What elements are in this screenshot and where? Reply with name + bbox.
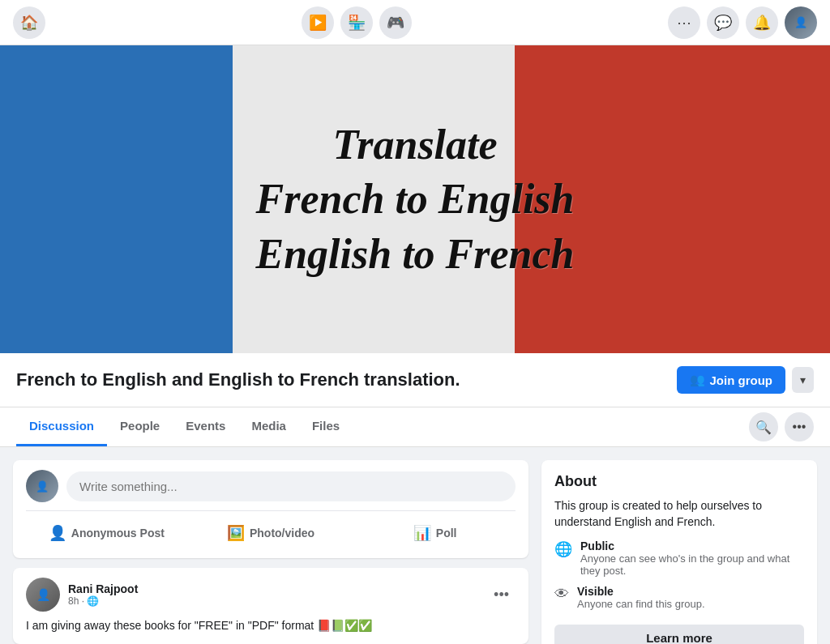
post-more-button[interactable]: •••	[487, 583, 516, 607]
search-button[interactable]: 🔍	[749, 412, 778, 441]
about-box: About This group is created to help ours…	[541, 460, 817, 644]
notifications-button[interactable]: 🔔	[746, 6, 778, 39]
user-avatar[interactable]: 👤	[785, 6, 817, 39]
visible-label: Visible	[577, 585, 705, 598]
more-dots-icon: •••	[494, 586, 509, 603]
more-options-button[interactable]: ▾	[792, 367, 814, 393]
bell-icon: 🔔	[753, 14, 771, 32]
globe-icon: 🌐	[554, 540, 572, 558]
messenger-icon: 💬	[714, 14, 732, 32]
photo-video-button[interactable]: 🖼️ Photo/video	[190, 518, 352, 548]
group-header: French to English and English to French …	[0, 353, 830, 407]
apps-grid-button[interactable]: ⋯	[668, 6, 700, 39]
join-group-button[interactable]: 👥 Join group	[677, 366, 786, 394]
post-user-info: 👤 Rani Rajpoot 8h · 🌐	[26, 578, 138, 612]
watch-nav-button[interactable]: ▶️	[302, 6, 334, 39]
post-user-avatar: 👤	[26, 578, 60, 612]
group-title: French to English and English to French …	[16, 369, 460, 390]
tab-discussion[interactable]: Discussion	[16, 407, 107, 446]
add-person-icon: 👥	[690, 373, 705, 387]
user-post-avatar: 👤	[26, 470, 58, 502]
poll-icon: 📊	[413, 524, 431, 542]
gaming-nav-button[interactable]: 🎮	[379, 6, 412, 39]
anonymous-post-button[interactable]: 👤 Anonymous Post	[26, 518, 187, 548]
about-visible-item: 👁 Visible Anyone can find this group.	[554, 585, 804, 610]
eye-icon: 👁	[554, 586, 569, 603]
messenger-button[interactable]: 💬	[707, 6, 739, 39]
main-content: 👤 👤 Anonymous Post 🖼️ Photo/video 📊 Poll	[0, 447, 830, 644]
tab-media[interactable]: Media	[238, 407, 299, 446]
nav-center: ▶️ 🏪 🎮	[302, 6, 412, 39]
about-title: About	[554, 473, 804, 490]
left-column: 👤 👤 Anonymous Post 🖼️ Photo/video 📊 Poll	[13, 460, 528, 644]
post-action-buttons: 👤 Anonymous Post 🖼️ Photo/video 📊 Poll	[26, 518, 516, 548]
cover-text: Translate French to English English to F…	[255, 117, 574, 282]
right-column: About This group is created to help ours…	[541, 460, 817, 644]
create-post-box: 👤 👤 Anonymous Post 🖼️ Photo/video 📊 Poll	[13, 460, 528, 558]
poll-button[interactable]: 📊 Poll	[354, 518, 516, 548]
search-icon: 🔍	[755, 420, 772, 435]
tabs-list: Discussion People Events Media Files	[16, 407, 353, 446]
more-tab-options-button[interactable]: •••	[785, 412, 814, 441]
nav-right: ⋯ 💬 🔔 👤	[668, 6, 817, 39]
post-user-meta: 8h · 🌐	[68, 595, 138, 607]
visible-sublabel: Anyone can find this group.	[577, 598, 705, 610]
header-actions: 👥 Join group ▾	[677, 366, 815, 394]
nav-left: 🏠	[13, 6, 45, 39]
post-text-input[interactable]	[66, 471, 516, 501]
public-sublabel: Anyone can see who's in the group and wh…	[580, 552, 804, 577]
marketplace-nav-button[interactable]: 🏪	[340, 6, 373, 39]
post-input-row: 👤	[26, 470, 516, 502]
public-label: Public	[580, 540, 804, 552]
top-navigation: 🏠 ▶️ 🏪 🎮 ⋯ 💬 🔔 👤	[0, 0, 830, 45]
ellipsis-icon: •••	[793, 420, 806, 434]
about-description: This group is created to help ourselves …	[554, 498, 804, 530]
grid-icon: ⋯	[677, 14, 691, 32]
home-nav-button[interactable]: 🏠	[13, 6, 45, 39]
about-public-item: 🌐 Public Anyone can see who's in the gro…	[554, 540, 804, 577]
feed-post: 👤 Rani Rajpoot 8h · 🌐 ••• I am giving aw…	[13, 568, 528, 644]
post-user-name: Rani Rajpoot	[68, 582, 138, 595]
anonymous-icon: 👤	[49, 524, 66, 542]
learn-more-button[interactable]: Learn more	[554, 625, 804, 644]
chevron-down-icon: ▾	[800, 373, 806, 386]
photo-icon: 🖼️	[227, 524, 245, 542]
post-text: I am giving away these books for "FREE" …	[26, 618, 516, 634]
tabs-actions: 🔍 •••	[749, 412, 814, 441]
tabs-bar: Discussion People Events Media Files 🔍 •…	[0, 407, 830, 447]
tab-events[interactable]: Events	[173, 407, 238, 446]
tab-files[interactable]: Files	[299, 407, 353, 446]
tab-people[interactable]: People	[107, 407, 173, 446]
group-cover-image: Translate French to English English to F…	[0, 45, 830, 353]
feed-post-header: 👤 Rani Rajpoot 8h · 🌐 •••	[26, 578, 516, 612]
post-divider	[26, 510, 516, 511]
